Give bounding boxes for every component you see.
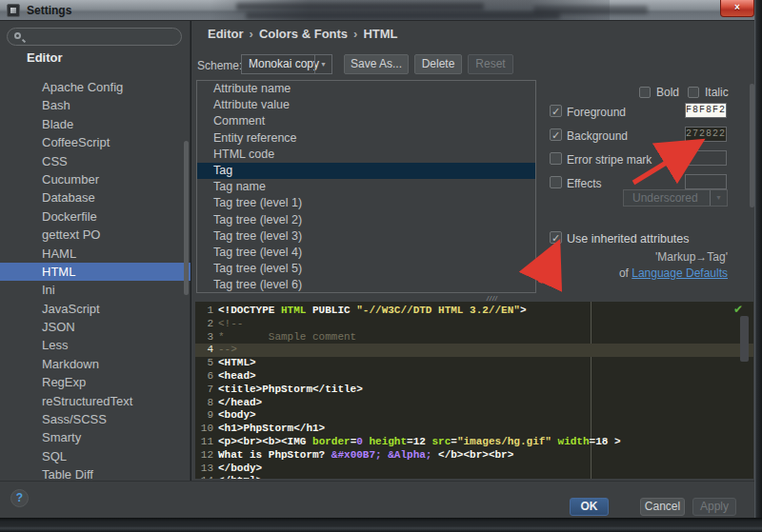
breadcrumb-separator: › [348, 27, 363, 41]
cancel-button[interactable]: Cancel [640, 498, 685, 516]
background-label: Background [567, 129, 628, 143]
line-number: 4 [195, 344, 218, 357]
effects-color-field[interactable] [685, 174, 727, 189]
settings-window-icon [7, 4, 20, 17]
inspection-ok-icon[interactable]: ✔ [733, 303, 743, 316]
sidebar-item-css[interactable]: CSS [0, 152, 190, 170]
effect-style-select: Underscored ▼ [623, 189, 728, 207]
attribute-item-html-code[interactable]: HTML code [197, 147, 535, 163]
attribute-item-entity-reference[interactable]: Entity reference [197, 130, 535, 147]
code-line-4: 4--> [195, 344, 753, 357]
background-checkbox[interactable]: ✓ [550, 128, 562, 141]
help-button[interactable]: ? [10, 489, 29, 507]
sidebar-item-javascript[interactable]: JavaScript [0, 300, 190, 318]
attribute-item-tag-tree-level-1[interactable]: Tag tree (level 1) [197, 195, 535, 211]
sidebar-item-sql[interactable]: SQL [0, 447, 190, 465]
attribute-item-tag-name[interactable]: Tag name [197, 179, 535, 195]
bold-checkbox[interactable] [639, 87, 651, 98]
code-line-7: 7<title>PhpStorm</title> [195, 384, 753, 397]
attribute-item-comment[interactable]: Comment [197, 113, 535, 129]
splitter-grip-icon[interactable]: //// [487, 295, 498, 302]
language-defaults-link[interactable]: Language Defaults [632, 266, 728, 280]
chevron-down-icon[interactable]: ▼ [314, 55, 331, 73]
code-text: </html> [218, 475, 262, 479]
sidebar-item-blade[interactable]: Blade [0, 115, 190, 133]
close-button[interactable]: × [720, 0, 754, 17]
code-lines: 1<!DOCTYPE HTML PUBLIC "-//W3C//DTD HTML… [195, 305, 753, 479]
code-line-13: 13</body> [195, 463, 753, 476]
attribute-list: Attribute nameAttribute valueCommentEnti… [196, 80, 536, 293]
line-number: 14 [195, 475, 218, 479]
main-panel: Editor›Colors & Fonts›HTML Scheme: Monok… [191, 21, 754, 481]
attribute-item-attribute-value[interactable]: Attribute value [197, 97, 535, 113]
attribute-item-tag-tree-level-5[interactable]: Tag tree (level 5) [197, 261, 535, 277]
breadcrumb-part-html[interactable]: HTML [363, 27, 397, 41]
save-as-button[interactable]: Save As... [344, 54, 409, 74]
sidebar-item-gettext-po[interactable]: gettext PO [0, 226, 190, 244]
sidebar-item-smarty[interactable]: Smarty [0, 428, 190, 446]
scheme-value: Monokai copy [249, 57, 319, 70]
background-color-field[interactable]: 272822 [685, 127, 727, 142]
sidebar-item-html[interactable]: HTML [0, 263, 190, 281]
sidebar: Editor Apache ConfigBashBladeCoffeeScrip… [0, 21, 190, 481]
attribute-item-tag[interactable]: Tag [197, 163, 535, 179]
effects-label: Effects [567, 177, 601, 190]
error-stripe-mark-color-field[interactable] [685, 150, 727, 166]
sidebar-item-json[interactable]: JSON [0, 318, 190, 336]
line-number: 8 [195, 397, 218, 410]
code-line-10: 10<h1>PhpStorm</h1> [195, 423, 753, 436]
breadcrumb-part-editor[interactable]: Editor [208, 27, 244, 41]
attribute-item-tag-tree-level-2[interactable]: Tag tree (level 2) [197, 212, 535, 228]
attribute-item-tag-tree-level-6[interactable]: Tag tree (level 6) [197, 277, 535, 293]
sidebar-item-less[interactable]: Less [0, 336, 190, 354]
attribute-item-tag-tree-level-4[interactable]: Tag tree (level 4) [197, 245, 535, 261]
chevron-down-icon: ▼ [710, 190, 727, 206]
search-icon [14, 32, 21, 39]
breadcrumb-part-colors-fonts[interactable]: Colors & Fonts [259, 27, 348, 41]
line-number: 5 [195, 357, 218, 370]
delete-button[interactable]: Delete [414, 54, 462, 74]
code-line-5: 5<HTML> [195, 357, 753, 370]
sidebar-item-dockerfile[interactable]: Dockerfile [0, 207, 190, 226]
sidebar-item-haml[interactable]: HAML [0, 245, 190, 263]
inherited-from-note: 'Markup→Tag' of Language Defaults [619, 249, 728, 282]
use-inherited-checkbox[interactable]: ✓ [550, 231, 562, 244]
inherited-rule: 'Markup→Tag' [619, 249, 728, 266]
sidebar-item-sass-scss[interactable]: Sass/SCSS [0, 410, 190, 428]
sidebar-item-coffeescript[interactable]: CoffeeScript [0, 133, 190, 151]
line-number: 2 [195, 318, 218, 331]
code-text: <body> [218, 409, 256, 421]
scheme-select[interactable]: Monokai copy ▼ [241, 54, 332, 74]
search-input[interactable] [7, 28, 182, 46]
sidebar-item-ini[interactable]: Ini [0, 281, 190, 299]
sidebar-item-markdown[interactable]: Markdown [0, 355, 190, 373]
code-text: </body> [218, 463, 262, 474]
sidebar-item-database[interactable]: Database [0, 188, 190, 207]
sidebar-scrollbar[interactable] [184, 141, 189, 295]
sidebar-item-bash[interactable]: Bash [0, 96, 190, 114]
sidebar-item-apache-config[interactable]: Apache Config [0, 78, 190, 96]
ok-button[interactable]: OK [570, 498, 609, 516]
sidebar-item-regexp[interactable]: RegExp [0, 373, 190, 391]
scheme-label: Scheme: [197, 59, 242, 72]
code-text: <p><br><b><IMG border=0 height=12 src="i… [218, 436, 621, 447]
settings-window: Settings × Editor Apache ConfigBashBlade… [0, 0, 762, 532]
line-number: 11 [195, 436, 218, 449]
italic-checkbox[interactable] [688, 87, 699, 98]
italic-label: Italic [705, 86, 729, 99]
sidebar-section-editor[interactable]: Editor [27, 50, 63, 65]
background-window-blur [236, 3, 484, 10]
foreground-checkbox[interactable]: ✓ [550, 105, 562, 117]
sidebar-item-cucumber[interactable]: Cucumber [0, 170, 190, 188]
code-preview[interactable]: 1<!DOCTYPE HTML PUBLIC "-//W3C//DTD HTML… [195, 302, 753, 479]
foreground-color-field[interactable]: F8F8F2 [685, 103, 727, 118]
error-stripe-mark-checkbox[interactable] [550, 152, 562, 165]
effects-checkbox[interactable] [550, 176, 562, 188]
attribute-item-tag-tree-level-3[interactable]: Tag tree (level 3) [197, 228, 535, 245]
editor-scrollbar[interactable] [740, 316, 749, 362]
attribute-item-attribute-name[interactable]: Attribute name [197, 81, 535, 97]
code-text: <h1>PhpStorm</h1> [218, 423, 325, 434]
code-line-8: 8</head> [195, 397, 753, 410]
bold-label: Bold [656, 86, 679, 99]
sidebar-item-restructuredtext[interactable]: reStructuredText [0, 392, 190, 410]
